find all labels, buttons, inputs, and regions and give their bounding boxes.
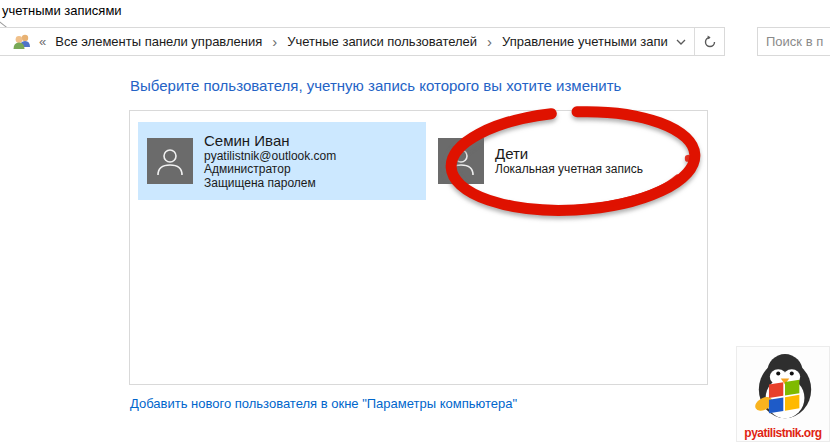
- breadcrumb-collapse-chevrons[interactable]: «: [39, 34, 46, 49]
- breadcrumb: Все элементы панели управления › Учетные…: [53, 34, 668, 49]
- breadcrumb-item-user-accounts[interactable]: Учетные записи пользователей: [285, 34, 479, 49]
- user-avatar-icon: [147, 138, 193, 184]
- accounts-list-box: Семин Иван pyatilistnik@outlook.com Адми…: [129, 110, 708, 385]
- breadcrumb-item-control-panel[interactable]: Все элементы панели управления: [53, 34, 264, 49]
- page-heading: Выберите пользователя, учетную запись ко…: [130, 77, 621, 94]
- account-password-status: Защищена паролем: [204, 177, 336, 191]
- user-avatar-icon: [438, 138, 484, 184]
- user-accounts-icon: [11, 33, 33, 50]
- search-input[interactable]: [758, 28, 830, 55]
- chevron-down-icon: [676, 39, 686, 45]
- address-dropdown-button[interactable]: [668, 28, 694, 55]
- refresh-icon: [703, 35, 717, 49]
- penguin-windows-icon: [747, 348, 823, 426]
- window-title: учетными записями: [2, 3, 122, 18]
- breadcrumb-separator-icon: ›: [264, 34, 285, 49]
- watermark-text: pyatilistnik.org: [744, 426, 821, 440]
- account-tile-semin-ivan[interactable]: Семин Иван pyatilistnik@outlook.com Адми…: [138, 122, 426, 200]
- breadcrumb-separator-icon: ›: [479, 34, 500, 49]
- account-name: Семин Иван: [204, 132, 336, 150]
- add-user-link[interactable]: Добавить нового пользователя в окне "Пар…: [130, 396, 517, 411]
- account-tile-deti[interactable]: Дети Локальная учетная запись: [430, 122, 702, 200]
- account-email: pyatilistnik@outlook.com: [204, 150, 336, 164]
- account-info: Семин Иван pyatilistnik@outlook.com Адми…: [204, 132, 336, 191]
- account-info: Дети Локальная учетная запись: [495, 145, 643, 177]
- address-bar[interactable]: « Все элементы панели управления › Учетн…: [0, 27, 725, 56]
- account-role: Администратор: [204, 163, 336, 177]
- account-name: Дети: [495, 145, 643, 163]
- breadcrumb-item-manage-accounts[interactable]: Управление учетными записями: [500, 34, 668, 49]
- watermark-logo: pyatilistnik.org: [736, 346, 830, 442]
- refresh-button[interactable]: [694, 28, 724, 55]
- search-box: [757, 27, 830, 56]
- account-type: Локальная учетная запись: [495, 163, 643, 177]
